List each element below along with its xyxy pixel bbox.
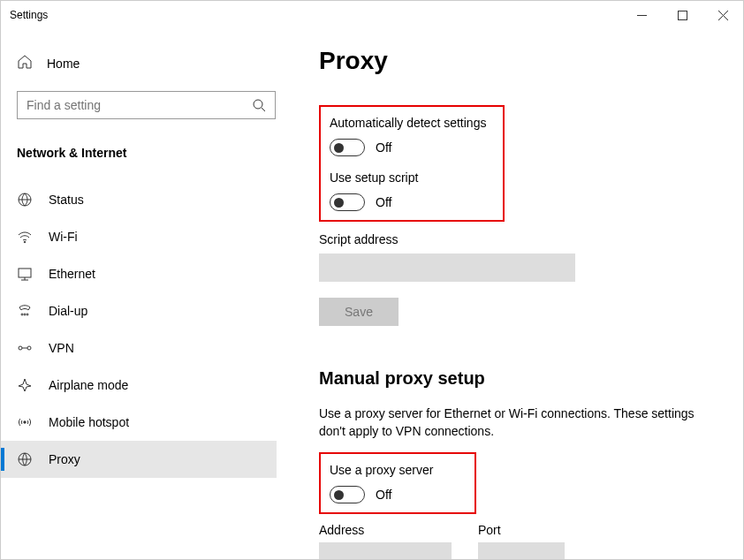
svg-point-13 bbox=[27, 314, 28, 315]
sidebar-item-proxy[interactable]: Proxy bbox=[1, 441, 277, 478]
use-proxy-label: Use a proxy server bbox=[330, 463, 466, 477]
sidebar-item-hotspot[interactable]: Mobile hotspot bbox=[1, 404, 277, 441]
sidebar-item-airplane[interactable]: Airplane mode bbox=[1, 367, 277, 404]
wifi-icon bbox=[17, 229, 33, 245]
proxy-icon bbox=[17, 451, 33, 467]
sidebar-item-label: Dial-up bbox=[49, 304, 87, 318]
home-nav[interactable]: Home bbox=[17, 47, 277, 91]
port-input bbox=[478, 542, 565, 559]
manual-setup-description: Use a proxy server for Ethernet or Wi-Fi… bbox=[319, 405, 699, 440]
window-controls bbox=[621, 1, 743, 29]
setup-script-state: Off bbox=[376, 195, 391, 209]
script-address-input bbox=[319, 254, 575, 282]
svg-point-4 bbox=[254, 100, 262, 109]
setup-script-label: Use setup script bbox=[330, 170, 494, 185]
sidebar-item-wifi[interactable]: Wi-Fi bbox=[1, 218, 277, 255]
manual-setup-header: Manual proxy setup bbox=[319, 368, 717, 389]
highlight-box-auto: Automatically detect settings Off Use se… bbox=[319, 105, 505, 222]
auto-detect-toggle[interactable] bbox=[330, 139, 365, 156]
address-input bbox=[319, 542, 452, 559]
svg-rect-8 bbox=[19, 269, 31, 277]
sidebar-item-label: Mobile hotspot bbox=[49, 415, 129, 429]
save-button: Save bbox=[319, 298, 399, 326]
port-label: Port bbox=[478, 523, 565, 537]
setup-script-toggle[interactable] bbox=[330, 193, 365, 211]
nav-list: Status Wi-Fi Ethernet Dial-up VPN Airpla… bbox=[1, 181, 277, 478]
sidebar-item-dialup[interactable]: Dial-up bbox=[1, 292, 277, 329]
sidebar-item-label: Proxy bbox=[49, 452, 80, 466]
search-input[interactable] bbox=[27, 98, 252, 112]
vpn-icon bbox=[17, 340, 33, 356]
svg-point-11 bbox=[21, 314, 23, 315]
svg-point-14 bbox=[19, 346, 22, 350]
status-icon bbox=[17, 192, 33, 208]
sidebar-item-label: Status bbox=[49, 193, 84, 207]
svg-point-7 bbox=[24, 241, 26, 243]
ethernet-icon bbox=[17, 266, 33, 282]
minimize-button[interactable] bbox=[621, 1, 662, 29]
home-label: Home bbox=[47, 57, 80, 71]
titlebar: Settings bbox=[1, 1, 743, 29]
svg-point-15 bbox=[27, 346, 31, 350]
address-label: Address bbox=[319, 523, 452, 537]
svg-point-17 bbox=[24, 421, 26, 423]
sidebar-item-status[interactable]: Status bbox=[1, 181, 277, 218]
main-content: Proxy Automatically detect settings Off … bbox=[292, 29, 743, 559]
search-icon bbox=[252, 98, 266, 112]
page-title: Proxy bbox=[319, 47, 717, 75]
close-button[interactable] bbox=[702, 1, 743, 29]
use-proxy-state: Off bbox=[376, 488, 391, 502]
sidebar-item-ethernet[interactable]: Ethernet bbox=[1, 255, 277, 292]
use-proxy-toggle[interactable] bbox=[330, 486, 365, 503]
dialup-icon bbox=[17, 303, 33, 319]
auto-detect-state: Off bbox=[376, 140, 391, 155]
script-address-label: Script address bbox=[319, 232, 717, 246]
sidebar-item-label: VPN bbox=[49, 341, 74, 355]
highlight-box-manual: Use a proxy server Off bbox=[319, 452, 476, 514]
svg-rect-1 bbox=[678, 11, 687, 19]
hotspot-icon bbox=[17, 414, 33, 430]
airplane-icon bbox=[17, 377, 33, 393]
sidebar-section-header: Network & Internet bbox=[17, 146, 277, 160]
home-icon bbox=[17, 54, 33, 73]
auto-detect-label: Automatically detect settings bbox=[330, 116, 494, 130]
sidebar-item-label: Ethernet bbox=[49, 267, 95, 281]
sidebar-item-label: Airplane mode bbox=[49, 378, 128, 392]
maximize-button[interactable] bbox=[662, 1, 702, 29]
window-title: Settings bbox=[10, 9, 48, 21]
sidebar-item-label: Wi-Fi bbox=[49, 230, 78, 244]
svg-line-5 bbox=[262, 108, 265, 111]
svg-point-12 bbox=[24, 314, 26, 315]
sidebar-item-vpn[interactable]: VPN bbox=[1, 329, 277, 367]
sidebar: Home Network & Internet Status Wi-Fi Eth… bbox=[1, 29, 292, 559]
search-box[interactable] bbox=[17, 91, 276, 119]
